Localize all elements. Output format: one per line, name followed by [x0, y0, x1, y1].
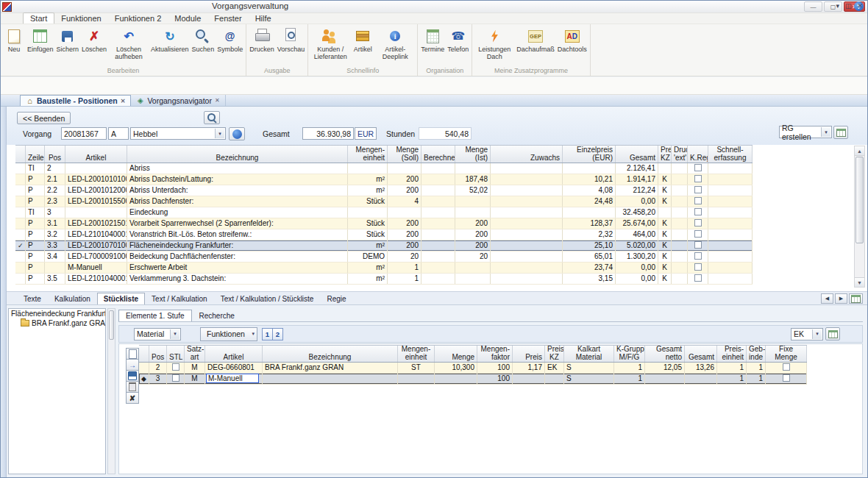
- column-header[interactable]: Preis KZ: [658, 146, 672, 163]
- fixe-menge-checkbox[interactable]: [783, 374, 790, 382]
- regie-checkbox[interactable]: [694, 208, 702, 215]
- ribbon-tab[interactable]: Module: [168, 13, 207, 24]
- ribbon-button[interactable]: Vorschau: [276, 25, 307, 53]
- detail-tab[interactable]: Text / Kalkulation / Stückliste: [214, 293, 321, 304]
- delete-row-icon[interactable]: [126, 381, 139, 393]
- chevron-down-icon[interactable]: ▾: [836, 2, 839, 10]
- regie-checkbox[interactable]: [694, 230, 702, 238]
- column-header[interactable]: Mengen- einheit: [348, 146, 388, 163]
- ribbon-tab[interactable]: Start: [23, 13, 54, 24]
- detail-tab[interactable]: Texte: [17, 293, 48, 304]
- column-header[interactable]: K-Gruppe M/F/G: [614, 346, 645, 362]
- table-row[interactable]: P 3.4 LED-L7000091000 Beideckung Dachflä…: [15, 252, 753, 263]
- scroll-down-icon[interactable]: ▼: [855, 277, 864, 287]
- table-row[interactable]: P 2.2 LED-L2001012000 Abriss Unterdach: …: [15, 185, 753, 196]
- ek-grid-button[interactable]: [825, 327, 840, 340]
- chevron-down-icon[interactable]: ▾: [821, 127, 830, 137]
- column-header[interactable]: Zeile: [26, 146, 45, 163]
- regie-checkbox[interactable]: [694, 186, 702, 193]
- table-row[interactable]: P 3.1 LED-L2001021501 Vorarbeit Sparrenw…: [15, 218, 753, 229]
- chevron-down-icon[interactable]: ▾: [812, 329, 822, 339]
- column-header[interactable]: Preis- einheit: [717, 346, 747, 362]
- ek-select[interactable]: EK ▾: [791, 328, 823, 340]
- detail-tab[interactable]: Regie: [320, 293, 352, 304]
- column-header[interactable]: Fixe Menge: [766, 346, 807, 362]
- ribbon-tab[interactable]: Fenster: [207, 13, 248, 24]
- ribbon-button[interactable]: Telefon: [446, 25, 470, 53]
- stl-checkbox[interactable]: [172, 374, 179, 382]
- document-tab[interactable]: Vorgangsnavigator ✕: [131, 95, 225, 106]
- funktionen-button[interactable]: Funktionen ▾: [200, 327, 257, 341]
- column-header[interactable]: Pos: [149, 346, 167, 362]
- column-header[interactable]: STL: [167, 346, 185, 362]
- ribbon-button[interactable]: Löschen: [80, 25, 108, 53]
- table-row[interactable]: P M-Manuell Erschwerte Arbeit m² 1 23,74…: [15, 263, 753, 274]
- ribbon-button[interactable]: Einfügen: [26, 25, 55, 53]
- ribbon-button[interactable]: Leistungen Dach: [474, 25, 515, 60]
- ribbon-tab[interactable]: Funktionen 2: [108, 13, 168, 24]
- level-2-toggle[interactable]: 2: [272, 328, 283, 340]
- column-header[interactable]: Bezeichnung: [127, 146, 348, 163]
- rg-grid-button[interactable]: [833, 126, 848, 139]
- table-row[interactable]: P 2.1 LED-L2001010100 Abriss Dachstein/L…: [15, 174, 753, 185]
- table-row[interactable]: TI 2 Abriss 2.126,41: [15, 163, 753, 174]
- table-row[interactable]: P 2.3 LED-L2001015500 Abriss Dachfenster…: [15, 196, 753, 207]
- detail-tab[interactable]: Kalkulation: [48, 293, 97, 304]
- next-tab-icon[interactable]: ▶: [835, 293, 847, 304]
- fixe-menge-checkbox[interactable]: [783, 363, 790, 371]
- column-header[interactable]: Mengen- faktor: [477, 346, 513, 362]
- title-bar[interactable]: Vorgangsverwaltung — ▢ ✕: [1, 1, 867, 13]
- dock-icon[interactable]: ◫: [845, 2, 852, 10]
- column-header[interactable]: Schnell- erfassung: [708, 146, 753, 163]
- table-row[interactable]: ✓ P 3.3 LED-L2001070100 Flächeneindeckun…: [15, 240, 753, 252]
- column-header[interactable]: Geb- inde: [747, 346, 766, 362]
- artikel-edit-field[interactable]: DEG-0660801: [207, 363, 255, 371]
- regie-checkbox[interactable]: [694, 197, 702, 204]
- column-header[interactable]: Kalkart Material: [564, 346, 614, 362]
- ribbon-button[interactable]: Neu: [2, 25, 26, 53]
- rg-erstellen-combo[interactable]: RG erstellen ▾: [779, 126, 832, 138]
- tree-scrollbar[interactable]: [107, 308, 115, 474]
- column-header[interactable]: Mengen- einheit: [398, 346, 435, 362]
- ribbon-button[interactable]: Termine: [419, 25, 446, 53]
- table-row[interactable]: P 3.5 LED-L2101040001 Verklammerung 3. D…: [15, 274, 753, 285]
- vorgang-code-field[interactable]: A: [108, 127, 129, 140]
- elemente-tab[interactable]: Elemente 1. Stufe: [118, 310, 192, 321]
- new-row-icon[interactable]: [126, 348, 139, 360]
- column-header[interactable]: Artikel: [65, 146, 127, 163]
- tree-item[interactable]: Flächeneindeckung Frankfurte: [9, 309, 105, 318]
- ribbon-button[interactable]: Symbole: [216, 25, 244, 53]
- table-row[interactable]: ◆ 3 M M-Manuell 100 S 1: [139, 374, 807, 385]
- table-row[interactable]: P 3.2 LED-L2101040001 Voranstrich Bit.-L…: [15, 229, 753, 240]
- column-header[interactable]: Artikel: [205, 346, 263, 362]
- tree-item[interactable]: BRA Frankf.ganz GRANMA: [9, 318, 105, 328]
- scroll-up-icon[interactable]: ▲: [855, 146, 864, 156]
- chevron-down-icon[interactable]: ▾: [170, 329, 179, 339]
- ribbon-button[interactable]: Kunden / Lieferanten: [310, 25, 351, 60]
- table-row[interactable]: 2 M DEG-0660801 BRA Frankf.ganz GRAN ST …: [139, 363, 807, 374]
- column-header[interactable]: [15, 146, 26, 163]
- column-header[interactable]: Menge: [435, 346, 477, 362]
- prev-tab-icon[interactable]: ◀: [821, 293, 833, 304]
- ribbon-button[interactable]: Löschen aufheben: [108, 25, 149, 60]
- cancel-row-icon[interactable]: [126, 392, 139, 404]
- column-header[interactable]: Menge (Soll): [388, 146, 421, 163]
- ribbon-tab[interactable]: Hilfe: [249, 13, 278, 24]
- ribbon-button[interactable]: Dachtools: [556, 25, 588, 53]
- contact-info-button[interactable]: [229, 127, 245, 140]
- regie-checkbox[interactable]: [694, 175, 702, 182]
- column-header[interactable]: Berechnet: [421, 146, 455, 163]
- elemente-tab[interactable]: Recherche: [192, 310, 242, 321]
- column-header[interactable]: Gesamt: [616, 146, 658, 163]
- document-tab[interactable]: Baustelle - Positionen ✕: [20, 95, 131, 106]
- scroll-thumb[interactable]: [109, 310, 114, 340]
- regie-checkbox[interactable]: [694, 263, 702, 271]
- collapsed-panel-splitter[interactable]: [1, 107, 7, 477]
- detail-tab[interactable]: Text / Kalkulation: [145, 293, 214, 304]
- ribbon-tab[interactable]: Funktionen: [54, 13, 107, 24]
- column-header[interactable]: Preis: [513, 346, 545, 362]
- ribbon-button[interactable]: Sichern: [55, 25, 81, 53]
- vorgang-name-combo[interactable]: Hebbel ▾: [130, 127, 226, 140]
- ribbon-button[interactable]: Drucken: [248, 25, 276, 53]
- regie-checkbox[interactable]: [694, 219, 702, 226]
